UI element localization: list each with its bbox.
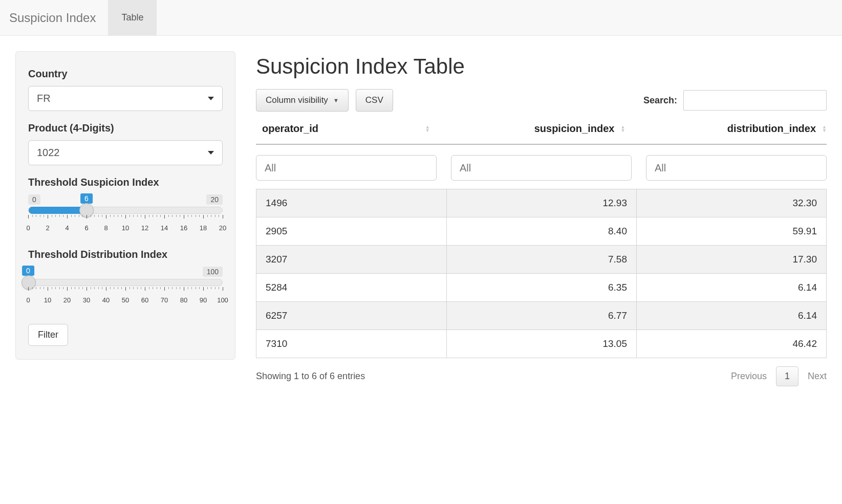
product-select[interactable]: 1022 bbox=[28, 140, 223, 165]
table-row: 52846.356.14 bbox=[256, 273, 826, 301]
column-visibility-label: Column visibility bbox=[266, 95, 328, 105]
pager-page-1[interactable]: 1 bbox=[776, 366, 798, 386]
tab-table[interactable]: Table bbox=[108, 0, 157, 35]
slider-max-badge: 20 bbox=[206, 194, 223, 205]
slider-value-badge: 0 bbox=[22, 266, 34, 276]
pager-next[interactable]: Next bbox=[808, 371, 827, 382]
csv-button[interactable]: CSV bbox=[356, 89, 393, 112]
table-row: 149612.9332.30 bbox=[256, 189, 826, 217]
table-footer: Showing 1 to 6 of 6 entries Previous 1 N… bbox=[256, 366, 827, 386]
table-header-row: operator_id ▲▼ suspicion_index ▲▼ distri… bbox=[256, 123, 827, 145]
cell-distribution-index: 46.42 bbox=[636, 330, 826, 358]
slider-max-badge: 100 bbox=[203, 267, 223, 277]
country-select-value: FR bbox=[28, 86, 223, 111]
table-info-text: Showing 1 to 6 of 6 entries bbox=[256, 371, 365, 382]
cell-operator-id: 2905 bbox=[256, 217, 446, 245]
table-row: 29058.4059.91 bbox=[256, 217, 826, 245]
table-body: 149612.9332.3029058.4059.9132077.5817.30… bbox=[256, 189, 827, 358]
pager: Previous 1 Next bbox=[731, 366, 827, 386]
column-header-operator-id[interactable]: operator_id ▲▼ bbox=[256, 123, 446, 135]
cell-distribution-index: 32.30 bbox=[636, 189, 826, 217]
navbar: Suspicion Index Table bbox=[0, 0, 842, 36]
suspicion-slider-block: Threshold Suspicion Index 02060246810121… bbox=[28, 177, 223, 233]
cell-operator-id: 3207 bbox=[256, 246, 446, 273]
distribution-slider-block: Threshold Distribution Index 01000010203… bbox=[28, 249, 223, 305]
app-title: Suspicion Index bbox=[9, 11, 108, 25]
cell-operator-id: 7310 bbox=[256, 330, 446, 358]
cell-suspicion-index: 6.35 bbox=[446, 274, 636, 301]
suspicion-slider-label: Threshold Suspicion Index bbox=[28, 177, 223, 188]
table-row: 731013.0546.42 bbox=[256, 330, 826, 358]
suspicion-slider[interactable]: 020602468101214161820 bbox=[28, 194, 223, 233]
slider-tick-labels: 02468101214161820 bbox=[28, 224, 223, 233]
column-header-suspicion-index[interactable]: suspicion_index ▲▼ bbox=[446, 123, 637, 135]
slider-track[interactable] bbox=[28, 207, 223, 214]
cell-suspicion-index: 12.93 bbox=[446, 189, 636, 217]
table-row: 62576.776.14 bbox=[256, 301, 826, 330]
search-input[interactable] bbox=[683, 90, 827, 111]
sort-icon: ▲▼ bbox=[620, 125, 625, 133]
main: Suspicion Index Table Column visibility … bbox=[256, 51, 827, 386]
column-header-label: operator_id bbox=[262, 123, 318, 135]
cell-operator-id: 6257 bbox=[256, 302, 446, 330]
column-header-label: distribution_index bbox=[727, 123, 816, 135]
product-label: Product (4-Digits) bbox=[28, 122, 223, 134]
slider-min-badge: 0 bbox=[28, 194, 40, 205]
slider-tick-labels: 0102030405060708090100 bbox=[28, 296, 223, 305]
table-row: 32077.5817.30 bbox=[256, 245, 826, 273]
filter-button[interactable]: Filter bbox=[28, 324, 68, 346]
cell-distribution-index: 6.14 bbox=[636, 274, 826, 301]
cell-suspicion-index: 13.05 bbox=[446, 330, 636, 358]
country-label: Country bbox=[28, 68, 223, 80]
column-filter-distribution-index[interactable] bbox=[646, 155, 827, 181]
page-container: Country FR Product (4-Digits) 1022 Thres… bbox=[0, 36, 842, 402]
cell-suspicion-index: 8.40 bbox=[446, 217, 636, 245]
cell-distribution-index: 17.30 bbox=[636, 246, 826, 273]
slider-value-badge: 6 bbox=[80, 193, 93, 204]
column-filter-suspicion-index[interactable] bbox=[451, 155, 632, 181]
product-select-value: 1022 bbox=[28, 140, 223, 165]
column-filter-operator-id[interactable] bbox=[256, 155, 437, 181]
distribution-slider[interactable]: 010000102030405060708090100 bbox=[28, 267, 223, 305]
cell-operator-id: 1496 bbox=[256, 189, 446, 217]
slider-ticks bbox=[28, 215, 223, 224]
column-filter-row bbox=[256, 155, 827, 181]
slider-fill bbox=[29, 207, 87, 214]
cell-distribution-index: 59.91 bbox=[636, 217, 826, 245]
column-header-distribution-index[interactable]: distribution_index ▲▼ bbox=[636, 123, 827, 135]
column-visibility-button[interactable]: Column visibility ▼ bbox=[256, 89, 349, 112]
sort-icon: ▲▼ bbox=[822, 125, 827, 133]
cell-distribution-index: 6.14 bbox=[636, 302, 826, 330]
cell-suspicion-index: 6.77 bbox=[446, 302, 636, 330]
column-header-label: suspicion_index bbox=[534, 123, 615, 135]
sort-icon: ▲▼ bbox=[425, 125, 430, 133]
pager-previous[interactable]: Previous bbox=[731, 371, 767, 382]
page-title: Suspicion Index Table bbox=[256, 54, 827, 79]
country-select[interactable]: FR bbox=[28, 86, 223, 111]
sidebar: Country FR Product (4-Digits) 1022 Thres… bbox=[15, 51, 235, 360]
distribution-slider-label: Threshold Distribution Index bbox=[28, 249, 223, 260]
slider-ticks bbox=[28, 287, 223, 296]
slider-track[interactable] bbox=[28, 279, 223, 286]
toolbar: Column visibility ▼ CSV Search: bbox=[256, 89, 827, 112]
search-label: Search: bbox=[643, 95, 677, 106]
cell-operator-id: 5284 bbox=[256, 274, 446, 301]
cell-suspicion-index: 7.58 bbox=[446, 246, 636, 273]
chevron-down-icon: ▼ bbox=[333, 97, 339, 103]
